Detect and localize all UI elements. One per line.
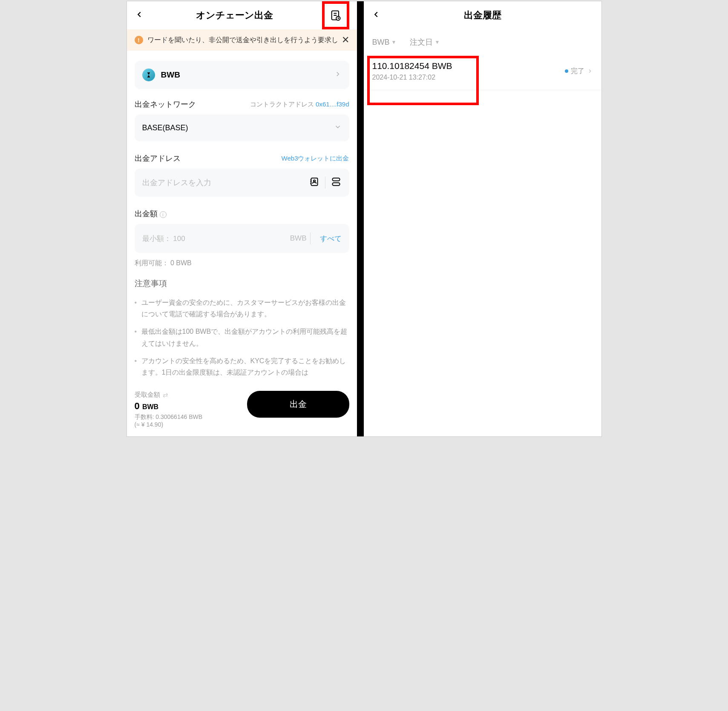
chevron-down-icon: ▼ [434,39,440,45]
network-label: 出金ネットワーク [135,99,196,109]
receive-label: 受取金額 ⇄ [135,391,239,399]
coin-selector[interactable]: BWB [135,61,349,89]
coin-logo-icon [142,69,155,81]
history-icon [330,9,342,21]
contract-address-link[interactable]: 0x61....f39d [316,100,349,108]
history-row[interactable]: 110.10182454 BWB 2024-10-21 13:27:02 完了 [364,51,601,90]
chevron-down-icon [334,123,342,133]
amount-unit: BWB [290,234,307,243]
fee-text: 手数料: 0.30066146 BWB [135,413,239,421]
warning-banner: ! ワードを聞いたり、非公開で送金や引き出しを行うよう要求し ✕ [127,29,357,51]
notice-title: 注意事項 [135,278,349,289]
web3-wallet-link[interactable]: Web3ウォレットに出金 [282,155,349,163]
close-warning-button[interactable]: ✕ [342,34,349,46]
warning-icon: ! [135,36,143,44]
notice-list: ユーザー資金の安全のために、カスタマーサービスがお客様の出金について電話で確認す… [135,297,349,378]
svg-rect-9 [332,178,340,181]
chevron-right-icon [587,68,593,74]
page-title: 出金履歴 [384,9,581,22]
scan-qr-icon[interactable] [331,176,342,189]
address-input[interactable] [142,178,304,187]
fee-fiat: (≈ ¥ 14.90) [135,421,239,428]
available-balance: 利用可能： 0 BWB [135,259,349,268]
svg-point-5 [313,180,315,182]
info-icon[interactable]: i [160,211,167,218]
page-title: オンチェーン出金 [147,9,322,22]
max-amount-button[interactable]: すべて [320,234,342,244]
svg-rect-10 [332,183,340,186]
address-label: 出金アドレス [135,153,181,163]
filter-coin[interactable]: BWB ▼ [372,37,397,47]
chevron-right-icon [334,70,342,80]
filter-date[interactable]: 注文日 ▼ [410,37,440,47]
swap-icon: ⇄ [163,391,168,399]
contract-label: コントラクトアドレス [250,100,314,108]
min-amount-label: 最小額： 100 [142,234,185,244]
back-button[interactable] [371,9,384,22]
history-amount: 110.10182454 BWB [372,61,452,71]
history-date: 2024-10-21 13:27:02 [372,74,452,81]
coin-symbol: BWB [161,70,328,80]
amount-label: 出金額 i [135,209,167,219]
address-book-icon[interactable] [309,176,320,189]
network-selector[interactable]: BASE(BASE) [135,115,349,141]
status-dot-icon [565,69,568,73]
withdraw-button[interactable]: 出金 [247,391,349,418]
back-button[interactable] [135,9,147,22]
receive-amount: 0 BWB [135,401,239,412]
chevron-down-icon: ▼ [391,39,397,45]
history-button[interactable] [322,1,349,29]
history-status: 完了 [565,67,593,76]
